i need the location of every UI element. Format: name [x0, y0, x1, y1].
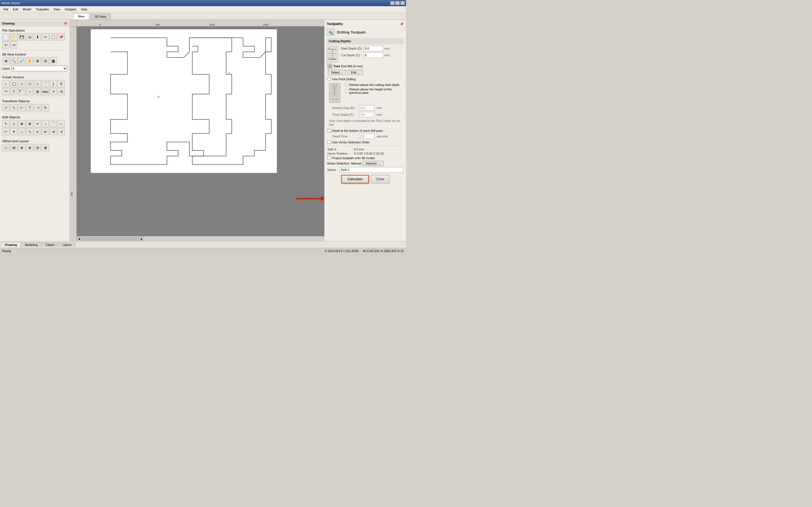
- maximize-button[interactable]: □: [395, 1, 400, 5]
- helix-tool[interactable]: ⟲: [57, 88, 65, 95]
- distribute-tool[interactable]: ⊣: [34, 104, 41, 111]
- vector-selection-order-checkbox[interactable]: [327, 140, 331, 144]
- wave-tool[interactable]: 〜: [2, 88, 10, 95]
- tile-btn[interactable]: ⊠: [42, 144, 49, 151]
- array-btn[interactable]: ⊟: [34, 144, 41, 151]
- scroll-thumb[interactable]: [82, 237, 139, 240]
- view-sel-btn[interactable]: ⊟: [42, 57, 49, 64]
- scroll-left-btn[interactable]: ◀: [77, 237, 81, 241]
- tab-new[interactable]: New: [73, 13, 89, 19]
- explode-tool[interactable]: ✦: [10, 128, 17, 135]
- tool-edit-btn[interactable]: Edit ...: [348, 70, 363, 75]
- align-v-tool[interactable]: ⊤: [26, 104, 33, 111]
- move-tool[interactable]: ⤢: [2, 104, 10, 111]
- open-file-btn[interactable]: 📁: [10, 33, 17, 41]
- cut-depth-input[interactable]: [363, 52, 383, 58]
- zoom-fit-btn[interactable]: ⊕: [2, 57, 10, 64]
- menu-help[interactable]: Help: [79, 7, 90, 11]
- calculate-button[interactable]: Calculate: [341, 175, 368, 183]
- abc-tool[interactable]: Abc: [42, 88, 49, 95]
- start-depth-input[interactable]: [363, 46, 383, 51]
- weld-tool[interactable]: ⊗: [26, 120, 33, 127]
- fillet-tool[interactable]: ⌒: [50, 120, 57, 127]
- close-window-button[interactable]: ✕: [400, 1, 405, 5]
- import-btn[interactable]: ⬇: [34, 33, 41, 41]
- view-all-btn[interactable]: ⊞: [34, 57, 41, 64]
- star-tool[interactable]: ☆: [34, 80, 41, 87]
- smooth-tool[interactable]: ∿: [26, 128, 33, 135]
- ungroup-btn[interactable]: ⊗: [26, 144, 33, 151]
- convert-tool[interactable]: ⊳: [42, 128, 49, 135]
- retract-height-radio[interactable]: [345, 89, 348, 93]
- align-h-tool[interactable]: ⊢: [18, 104, 26, 111]
- dwell-checkbox[interactable]: [327, 129, 331, 132]
- select-tool[interactable]: ↖: [2, 120, 10, 127]
- minimize-button[interactable]: —: [390, 1, 395, 5]
- node-edit-tool[interactable]: ⊹: [10, 120, 17, 127]
- pan-btn[interactable]: ✋: [26, 57, 33, 64]
- join-tool[interactable]: ⊕: [18, 120, 26, 127]
- text-arc-tool[interactable]: T⌒: [18, 88, 26, 95]
- redo-btn[interactable]: ↪: [10, 41, 17, 48]
- zoom-in-btn[interactable]: 🔍: [10, 57, 17, 64]
- table-tool[interactable]: ⊞: [34, 88, 41, 95]
- svg-text:D: D: [328, 48, 329, 49]
- undo-btn[interactable]: ↩: [2, 41, 10, 48]
- new-file-btn[interactable]: 📄: [2, 33, 10, 41]
- paste-btn[interactable]: 📌: [57, 33, 65, 41]
- selector-btn[interactable]: Selector ...: [363, 161, 384, 166]
- dimension-tool[interactable]: ↔: [26, 88, 33, 95]
- circle-tool[interactable]: ○: [2, 80, 10, 87]
- canvas-area[interactable]: 0 500 1000 1500 0 500: [70, 20, 324, 241]
- menu-view[interactable]: View: [51, 7, 63, 11]
- mirror-tool[interactable]: ⊢: [2, 128, 10, 135]
- spiral-tool[interactable]: S: [57, 80, 65, 87]
- rotate-tool[interactable]: ↻: [42, 104, 49, 111]
- retract-cutting-start-radio[interactable]: [345, 83, 348, 87]
- btab-drawing[interactable]: Drawing: [1, 242, 20, 247]
- split-tool[interactable]: ⊲: [50, 128, 57, 135]
- extend-tool[interactable]: →: [42, 120, 49, 127]
- menu-toolpaths[interactable]: Toolpaths: [34, 7, 51, 11]
- layer-select[interactable]: 0: [11, 66, 67, 71]
- close-button[interactable]: Close: [371, 175, 389, 183]
- bezier-tool[interactable]: ∫: [50, 80, 57, 87]
- btab-modeling[interactable]: Modeling: [21, 242, 41, 247]
- ellipse-tool[interactable]: ◯: [10, 80, 17, 87]
- polygon-tool[interactable]: ⬡: [26, 80, 33, 87]
- group-btn[interactable]: ⊕: [18, 144, 26, 151]
- scroll-right-btn[interactable]: ▶: [139, 237, 144, 241]
- wireframe-btn[interactable]: ▦: [50, 57, 57, 64]
- spline-tool[interactable]: ∧: [34, 128, 41, 135]
- resize-tool[interactable]: ⤡: [10, 104, 17, 111]
- menu-model[interactable]: Model: [20, 7, 34, 11]
- polyline-tool[interactable]: ⌒: [42, 80, 49, 87]
- save-as-btn[interactable]: 🗂: [26, 33, 33, 41]
- menu-edit[interactable]: Edit: [11, 7, 20, 11]
- menu-gadgets[interactable]: Gadgets: [62, 7, 79, 11]
- text-tool[interactable]: T: [10, 88, 17, 95]
- peck-drilling-checkbox[interactable]: [327, 77, 331, 81]
- tab-3dview[interactable]: 3D View: [90, 13, 111, 19]
- name-input[interactable]: [340, 167, 403, 173]
- cut-btn[interactable]: ✂: [42, 33, 49, 41]
- nesting-btn[interactable]: ⊞: [10, 144, 17, 151]
- section-offset: Offset and Layout: [0, 138, 70, 144]
- arc-tool[interactable]: ⌓: [18, 128, 26, 135]
- rect-tool[interactable]: □: [18, 80, 26, 87]
- zoom-out-btn[interactable]: 🔎: [18, 57, 26, 64]
- project-toolpath-checkbox[interactable]: [327, 156, 331, 160]
- copy-btn[interactable]: 📋: [50, 33, 57, 41]
- tool-select-btn[interactable]: Select ...: [328, 70, 346, 75]
- btab-layers[interactable]: Layers: [59, 242, 75, 247]
- drawing-canvas[interactable]: [91, 29, 277, 173]
- save-file-btn[interactable]: 💾: [18, 33, 26, 41]
- offset-btn[interactable]: □: [2, 144, 10, 151]
- chamfer-tool[interactable]: ⌐: [57, 120, 65, 127]
- invert-tool[interactable]: ⊰: [57, 128, 65, 135]
- menu-file[interactable]: File: [1, 7, 11, 11]
- h-scrollbar[interactable]: ◀ ▶: [77, 236, 324, 241]
- arrow-tool[interactable]: ↗: [50, 88, 57, 95]
- trim-tool[interactable]: ✂: [34, 120, 41, 127]
- btab-clipart[interactable]: Clipart: [42, 242, 58, 247]
